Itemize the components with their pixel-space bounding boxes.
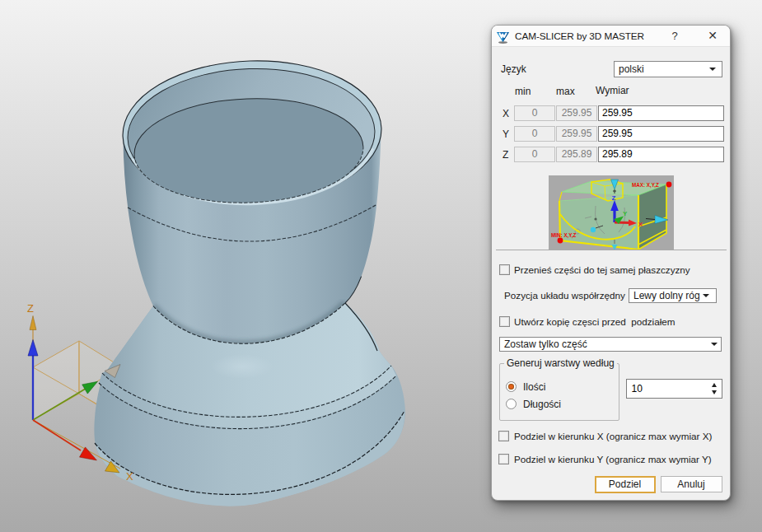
- svg-text:Z: Z: [27, 302, 34, 315]
- svg-text:X: X: [638, 221, 643, 228]
- svg-text:Z: Z: [612, 194, 616, 202]
- svg-text:X: X: [126, 470, 133, 483]
- svg-text:MAX: X,Y,Z: MAX: X,Y,Z: [632, 182, 659, 189]
- svg-text:MIN: X,Y,Z: MIN: X,Y,Z: [551, 232, 577, 239]
- svg-text:Y: Y: [623, 210, 628, 217]
